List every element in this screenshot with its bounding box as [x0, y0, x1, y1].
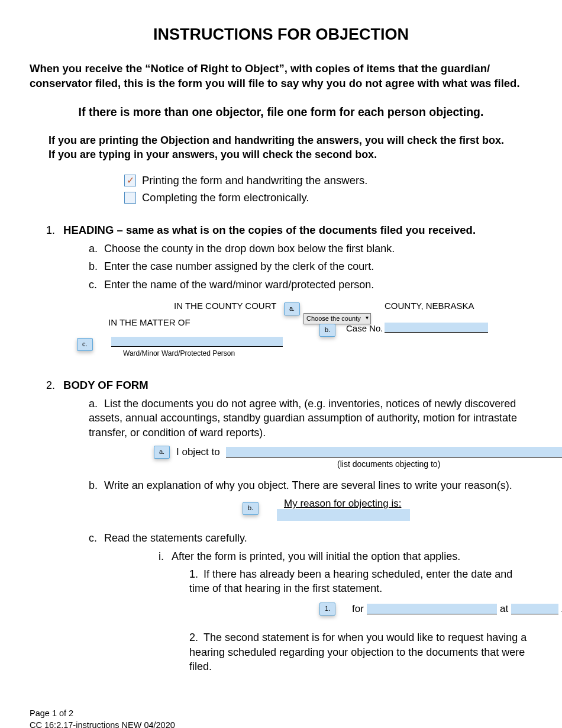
callout-2c1: 1.	[319, 603, 335, 616]
sample-court-left: IN THE COUNTY COURT	[174, 300, 276, 312]
page-title: INSTRUCTIONS FOR OBJECTION	[30, 24, 532, 45]
sec2-c-i-1-label: 1.	[189, 567, 204, 581]
page-footer: Page 1 of 2 CC 16:2.17-instructions NEW …	[30, 708, 532, 728]
sec2-c-i-2-text: The second statement is for when you wou…	[189, 632, 527, 672]
sec1-a-label: a.	[89, 241, 104, 256]
object-sample: a. I object to (list documents objecting…	[154, 446, 532, 472]
section-1-heading: HEADING – same as what is on the copies …	[63, 224, 476, 236]
multi-objector-note: If there is more than one objector, file…	[46, 104, 516, 120]
checkbox-electronic[interactable]	[124, 192, 136, 204]
callout-2a: a.	[154, 446, 170, 459]
callout-2b: b.	[243, 502, 259, 515]
hearing-for: for	[352, 603, 364, 616]
sec2-a-label: a.	[89, 397, 104, 411]
ward-fill[interactable]	[111, 337, 283, 347]
checkbox-electronic-label: Completing the form electronically.	[142, 191, 309, 205]
sec2-a-text: List the documents you do not agree with…	[89, 398, 517, 439]
footer-page: Page 1 of 2	[30, 708, 532, 720]
checkbox-handwriting-label: Printing the form and handwriting the an…	[142, 173, 368, 188]
section-2-heading: BODY OF FORM	[63, 379, 148, 391]
sec2-c-i-1-text: If there has already been a hearing sche…	[189, 568, 512, 594]
sec2-b-text: Write an explanation of why you object. …	[104, 479, 512, 491]
sec1-b-label: b.	[89, 259, 104, 273]
sec2-c-i-label: i.	[159, 549, 172, 563]
heading-form-sample: IN THE COUNTY COURT COUNTY, NEBRASKA a. …	[76, 300, 532, 365]
print-type-note: If you are printing the Objection and ha…	[49, 133, 513, 162]
caseno-fill[interactable]	[385, 323, 488, 333]
hearing-at: at	[500, 603, 508, 616]
callout-a: a.	[284, 302, 300, 315]
object-lead: I object to	[176, 446, 220, 459]
hearing-sample: 1. for at .m.	[319, 603, 532, 623]
checkbox-options: Printing the form and handwriting the an…	[124, 173, 532, 205]
callout-c: c.	[77, 338, 93, 351]
callout-b: b.	[319, 324, 335, 337]
sec1-b-text: Enter the case number assigned by the cl…	[104, 260, 374, 272]
sec2-c-i-2-label: 2.	[189, 630, 204, 645]
sec2-c-i-text: After the form is printed, you will init…	[172, 550, 460, 562]
sec1-c-label: c.	[89, 278, 104, 292]
sec1-a-text: Choose the county in the drop down box b…	[104, 243, 395, 255]
section-2-number: 2.	[46, 378, 60, 392]
sample-state: COUNTY, NEBRASKA	[385, 300, 474, 312]
section-1-number: 1.	[46, 223, 60, 237]
object-caption: (list documents objecting to)	[337, 459, 440, 470]
footer-code: CC 16:2.17-instructions NEW 04/2020	[30, 720, 532, 728]
hearing-time-fill[interactable]	[511, 604, 558, 614]
sec1-c-text: Enter the name of the ward/minor ward/pr…	[104, 279, 374, 291]
hearing-date-fill[interactable]	[367, 604, 497, 614]
checkbox-handwriting[interactable]	[124, 175, 136, 186]
ward-caption: Ward/Minor Ward/Protected Person	[123, 349, 235, 358]
sec2-c-text: Read the statements carefully.	[104, 532, 247, 544]
reason-sample: b. My reason for objecting is:	[243, 497, 532, 524]
reason-text: My reason for objecting is:	[284, 497, 401, 511]
sample-caseno: Case No.	[346, 323, 383, 334]
object-fill-line[interactable]	[226, 447, 562, 458]
sec2-c-label: c.	[89, 531, 104, 545]
intro-paragraph: When you receive the “Notice of Right to…	[30, 62, 532, 91]
sec2-b-label: b.	[89, 478, 104, 492]
sample-matter: IN THE MATTER OF	[108, 317, 190, 328]
